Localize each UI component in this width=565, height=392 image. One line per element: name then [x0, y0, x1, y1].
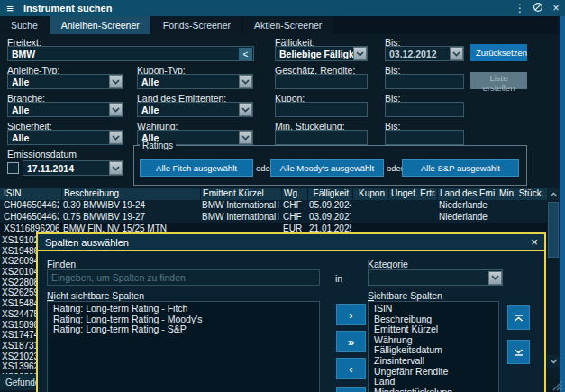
cell-beschreibung: 0.75 BMWIBV 19-27 [61, 212, 198, 223]
ratings-legend: Ratings [140, 141, 176, 150]
kategorie-select[interactable] [368, 269, 503, 286]
column-header-ertrag[interactable]: Ungef. Ertrag [388, 188, 435, 200]
sp-ratings-button[interactable]: Alle S&P ausgewählt [402, 159, 519, 177]
move-to-bottom-button[interactable] [507, 340, 530, 364]
list-item[interactable]: Rating: Long-term Rating - S&P [48, 324, 319, 335]
hamburger-menu-icon[interactable]: ≡ [0, 2, 20, 15]
fitch-ratings-button[interactable]: Alle Fitch ausgewählt [140, 159, 253, 177]
freitext-input[interactable] [7, 46, 254, 61]
kupon-typ-select[interactable]: Alle [137, 74, 253, 89]
list-item[interactable]: Land [369, 377, 498, 387]
find-columns-input[interactable] [47, 269, 320, 286]
sicherheit-select[interactable]: Alle [7, 130, 123, 145]
move-to-top-button[interactable] [507, 305, 530, 330]
table-row[interactable]: CH0465044623 0.30 BMWIBV 19-24 BMW Inter… [0, 200, 548, 212]
faelligkeit-select[interactable]: Beliebige Fälligkeit [275, 46, 368, 61]
cell-isin: CH0465044631 [2, 212, 59, 223]
scroll-up-icon[interactable] [547, 188, 560, 200]
chevron-down-icon[interactable] [239, 103, 252, 116]
reset-button[interactable]: Zurücksetzen [470, 44, 527, 61]
list-item[interactable]: Zinsintervall [369, 356, 498, 367]
cell-wg: CHF [281, 212, 306, 223]
land-emittent-select[interactable]: Alle [137, 102, 253, 117]
cell-isin: CH0465044623 [2, 200, 59, 212]
column-header-stueck[interactable]: Min. Stück. [497, 188, 543, 200]
move-right-button[interactable]: › [336, 304, 366, 325]
chevron-down-icon[interactable] [109, 103, 123, 116]
tab-fonds-screener[interactable]: Fonds-Screener [152, 16, 241, 34]
column-header-emittent[interactable]: Emittent Kürzel [200, 188, 279, 200]
dialog-title-bar[interactable]: Spalten auswählen × [38, 234, 544, 251]
anleihe-typ-select[interactable]: Alle [7, 74, 123, 89]
cell-wg: CHF [281, 200, 306, 212]
column-header-kupon[interactable]: Kupon [352, 188, 387, 200]
branche-value: Alle [8, 105, 109, 115]
rendite-input[interactable] [275, 74, 368, 89]
column-header-land[interactable]: Land des Emitte... [437, 188, 495, 200]
cell-faelligkeit: 05.09.2024 [307, 200, 351, 212]
close-icon[interactable]: × [547, 2, 565, 14]
title-bar: ≡ Instrument suchen ⋮ × [0, 0, 565, 16]
list-item[interactable]: Mindeststückelung [369, 387, 498, 392]
tab-aktien-screener[interactable]: Aktien-Screener [243, 16, 333, 34]
column-header-faelligkeit[interactable]: Fälligkeit [307, 188, 351, 200]
column-header-beschreibung[interactable]: Beschreibung [61, 188, 198, 200]
kupon-typ-value: Alle [138, 77, 239, 87]
stueckelung-bis-input[interactable] [385, 130, 464, 145]
faelligkeit-bis-value: 03.12.2012 [386, 49, 450, 59]
stueckelung-input[interactable] [275, 130, 368, 145]
window-right-border [560, 16, 565, 392]
list-item[interactable]: ISIN [369, 304, 498, 315]
chevron-down-icon[interactable] [239, 75, 252, 88]
more-options-icon[interactable]: ⋮ [511, 2, 529, 14]
chevron-down-icon[interactable] [239, 131, 252, 144]
resize-grip[interactable] [551, 378, 563, 392]
chevron-down-icon[interactable] [450, 47, 463, 60]
instrument-search-window: ≡ Instrument suchen ⋮ × Suche Anleihen-S… [0, 0, 565, 392]
chevron-down-icon[interactable] [488, 271, 502, 285]
emissionsdatum-label: Emissionsdatum [7, 149, 77, 160]
list-item[interactable]: Rating: Long-term Rating - Fitch [48, 304, 319, 315]
visible-columns-list[interactable]: ISIN Beschreibung Emittent Kürzel Währun… [368, 301, 499, 392]
pin-off-icon[interactable] [529, 2, 547, 15]
chevron-down-icon[interactable] [109, 131, 123, 144]
tab-suche[interactable]: Suche [0, 16, 49, 34]
column-header-wg[interactable]: Wg. [281, 188, 306, 200]
scroll-down-icon[interactable] [547, 355, 560, 367]
table-row[interactable]: CH0465044631 0.75 BMWIBV 19-27 BMW Inter… [0, 212, 548, 223]
table-header: ISIN Beschreibung Emittent Kürzel Wg. Fä… [0, 188, 548, 200]
emissionsdatum-date[interactable]: 17.11.2014 [23, 160, 123, 176]
rendite-bis-input[interactable] [385, 74, 464, 89]
hidden-columns-list[interactable]: Rating: Long-term Rating - Fitch Rating:… [47, 301, 320, 392]
land-emittent-value: Alle [138, 105, 239, 115]
column-header-isin[interactable]: ISIN [2, 188, 59, 200]
move-left-button[interactable]: ‹ [336, 358, 366, 379]
collapse-icon[interactable]: < [239, 48, 252, 60]
chevron-down-icon[interactable] [353, 47, 367, 60]
cell-emittent: BMW International Inves... [200, 200, 279, 212]
move-all-right-button[interactable]: » [336, 331, 366, 352]
chevron-down-icon[interactable] [109, 161, 123, 175]
kupon-input[interactable] [275, 102, 368, 117]
window-title: Instrument suchen [23, 3, 511, 14]
faelligkeit-bis-date[interactable]: 03.12.2012 [385, 46, 464, 61]
chevron-down-icon[interactable] [109, 75, 123, 88]
scrollbar-thumb[interactable] [548, 202, 559, 258]
cell-land: Niederlande [437, 200, 495, 212]
cell-beschreibung: 0.30 BMWIBV 19-24 [61, 200, 198, 212]
spalten-auswaehlen-dialog: Spalten auswählen × Finden in Kategorie … [36, 232, 546, 392]
finden-label: Finden [47, 259, 76, 269]
visible-columns-label: Sichtbare Spalten [368, 290, 442, 301]
emissionsdatum-checkbox[interactable] [7, 162, 19, 174]
tab-bar: Suche Anleihen-Screener Fonds-Screener A… [0, 16, 565, 34]
moodys-ratings-button[interactable]: Alle Moody's ausgewählt [270, 159, 384, 177]
tab-anleihen-screener[interactable]: Anleihen-Screener [50, 16, 150, 34]
cell-land: Niederlande [437, 212, 495, 223]
create-list-button[interactable]: Liste erstellen [470, 72, 527, 89]
move-all-left-button[interactable]: « [336, 387, 366, 392]
anleihe-typ-value: Alle [8, 77, 109, 87]
in-text: in [335, 273, 342, 284]
kupon-bis-input[interactable] [385, 102, 464, 117]
close-icon[interactable]: × [524, 235, 544, 249]
branche-select[interactable]: Alle [7, 102, 123, 117]
